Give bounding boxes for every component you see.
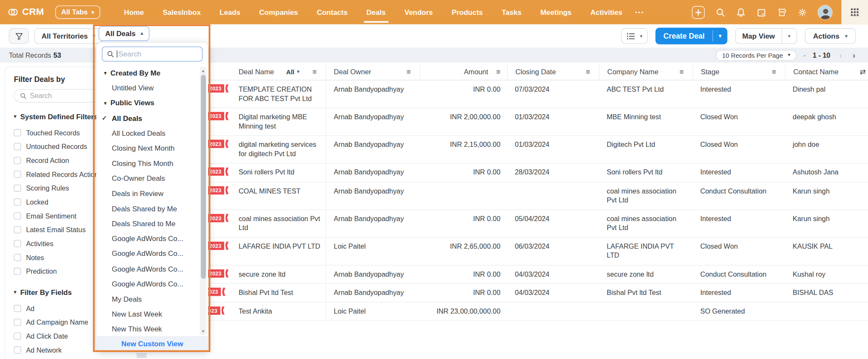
view-option[interactable]: Google AdWords Co... <box>96 231 208 247</box>
checkbox[interactable] <box>14 185 21 192</box>
view-option[interactable]: Created By Me <box>96 65 208 81</box>
scroll-down-icon[interactable]: ▼ <box>200 329 207 333</box>
scrollbar-thumb[interactable] <box>200 75 206 279</box>
view-option[interactable]: New This Week <box>96 322 208 337</box>
column-menu-icon[interactable]: ≡ <box>679 67 684 76</box>
view-option[interactable]: Deals Shared by Me <box>96 201 208 216</box>
deal-name-link[interactable]: Bishal Pvt ltd Test <box>239 289 293 296</box>
records-per-page-dropdown[interactable]: 10 Records Per Page ▾ <box>716 50 796 61</box>
view-option[interactable]: My Deals <box>96 292 208 307</box>
apps-grid-panel[interactable] <box>841 0 868 24</box>
column-menu-icon[interactable]: ≡ <box>496 67 501 76</box>
table-row[interactable]: 2023 digital marketing services for digi… <box>183 136 868 163</box>
filter-funnel-button[interactable] <box>9 28 29 44</box>
view-option[interactable]: Untitled View <box>96 81 208 96</box>
marketplace-store-icon[interactable] <box>776 7 787 17</box>
table-row[interactable]: 1, 2023 Bishal Pvt ltd Test Arnab Bandyo… <box>183 284 868 303</box>
nav-tab[interactable]: Vendors <box>395 0 442 24</box>
view-option[interactable]: Co-Owner Deals <box>96 171 208 186</box>
map-view-button[interactable]: Map View <box>736 32 782 40</box>
more-tabs-button[interactable]: ••• <box>632 9 648 15</box>
checkbox[interactable] <box>14 157 21 164</box>
column-menu-icon[interactable]: ≡ <box>406 67 411 76</box>
checkbox[interactable] <box>14 240 21 247</box>
view-option[interactable]: New Last Week <box>96 306 208 322</box>
column-menu-icon[interactable]: ≡ <box>312 67 317 76</box>
view-option[interactable]: Deals in Review <box>96 186 208 201</box>
add-record-icon[interactable] <box>692 6 705 19</box>
next-page-icon[interactable]: › <box>851 50 857 60</box>
nav-tab[interactable]: Activities <box>581 0 632 24</box>
deal-name-link[interactable]: Soni rollers Pvt ltd <box>239 168 295 176</box>
checkbox[interactable] <box>14 226 21 233</box>
view-option[interactable]: Google AdWords Co... <box>96 276 208 292</box>
deal-name-link[interactable]: coal mines association Pvt Ltd <box>239 215 320 232</box>
checkbox[interactable] <box>14 212 21 219</box>
checkbox[interactable] <box>14 143 21 150</box>
contact-name-column-header[interactable]: Contact Name ⇄ <box>785 64 868 80</box>
table-row[interactable]: 2023 secure zone ltd Arnab Bandyopadhyay… <box>183 265 868 284</box>
table-row[interactable]: 2023 coal mines association Pvt Ltd Arna… <box>183 210 868 237</box>
view-option[interactable]: Deals Shared to Me <box>96 216 208 231</box>
checkbox[interactable] <box>14 171 21 178</box>
view-search-input[interactable]: Search <box>102 47 203 62</box>
settings-gear-icon[interactable] <box>797 7 807 17</box>
column-manager-icon[interactable]: ⇄ <box>860 67 866 76</box>
notifications-bell-icon[interactable] <box>736 7 746 17</box>
deal-owner-column-header[interactable]: Deal Owner ≡ <box>326 64 420 80</box>
all-tabs-button[interactable]: All Tabs ▾ <box>55 6 100 19</box>
deal-name-link[interactable]: Test Ankita <box>239 307 272 315</box>
nav-tab[interactable]: Tasks <box>492 0 531 24</box>
table-row[interactable]: 2023 LAFARGE INDIA PVT LTD Loic Paitel I… <box>183 238 868 265</box>
deal-name-all-filter[interactable]: All ▾ <box>286 68 299 75</box>
view-option[interactable]: Public Views <box>96 95 208 111</box>
deal-name-link[interactable]: Digital marketing MBE Minning test <box>239 113 307 130</box>
crm-logo[interactable]: CRM <box>8 7 44 18</box>
table-row[interactable]: 2023 COAL MINES TEST Arnab Bandyopadhyay… <box>183 182 868 210</box>
nav-tab[interactable]: Deals <box>357 0 395 24</box>
territories-dropdown[interactable]: All Territories ▾ <box>34 28 103 44</box>
view-option[interactable]: Google AdWords Co... <box>96 246 208 261</box>
deal-name-link[interactable]: secure zone ltd <box>239 270 286 278</box>
table-row[interactable]: 2023 TEMPLATE CREATION FOR ABC TEST Pvt … <box>183 80 868 108</box>
checkbox[interactable] <box>14 268 21 275</box>
deal-name-link[interactable]: TEMPLATE CREATION FOR ABC TEST Pvt Ltd <box>239 85 312 102</box>
closing-date-column-header[interactable]: Closing Date ≡ <box>507 64 599 80</box>
deal-name-link[interactable]: LAFARGE INDIA PVT LTD <box>239 242 320 250</box>
view-option[interactable]: All Locked Deals <box>96 126 208 141</box>
scroll-up-icon[interactable]: ▲ <box>200 69 207 73</box>
nav-tab[interactable]: SalesInbox <box>153 0 210 24</box>
checkbox[interactable] <box>14 254 21 261</box>
checkbox[interactable] <box>14 333 21 340</box>
nav-tab[interactable]: Products <box>442 0 492 24</box>
nav-tab[interactable]: Meetings <box>531 0 581 24</box>
table-row[interactable]: 2023 Soni rollers Pvt ltd Arnab Bandyopa… <box>183 163 868 182</box>
user-avatar[interactable] <box>818 5 832 20</box>
view-selector-trigger[interactable]: All Deals ▴ <box>98 26 150 41</box>
view-option[interactable]: All Deals <box>96 111 208 126</box>
list-view-selector[interactable]: ▾ <box>621 28 648 44</box>
deal-name-link[interactable]: digital marketing services for digitech … <box>239 141 316 158</box>
nav-tab[interactable]: Leads <box>210 0 250 24</box>
map-view-caret-button[interactable]: ▾ <box>782 33 796 39</box>
nav-tab[interactable]: Contacts <box>307 0 357 24</box>
view-option[interactable]: Google AdWords Co... <box>96 261 208 277</box>
nav-tab[interactable]: Home <box>114 0 153 24</box>
nav-tab[interactable]: Companies <box>250 0 307 24</box>
checkbox[interactable] <box>14 319 21 326</box>
checkbox[interactable] <box>14 199 21 206</box>
filter-checkbox-item[interactable]: AdGroup Name <box>14 357 137 359</box>
new-custom-view-link[interactable]: New Custom View <box>96 337 208 351</box>
actions-dropdown-button[interactable]: Actions ▾ <box>805 28 856 44</box>
stage-column-header[interactable]: Stage ≡ <box>693 64 785 80</box>
amount-column-header[interactable]: Amount ≡ <box>420 64 507 80</box>
checkbox[interactable] <box>14 346 21 353</box>
calendar-icon[interactable] <box>756 7 766 17</box>
view-option[interactable]: Closing This Month <box>96 156 208 171</box>
dropdown-scrollbar[interactable]: ▲ ▼ <box>200 67 207 335</box>
view-option[interactable]: Closing Next Month <box>96 141 208 156</box>
previous-page-icon[interactable]: ‹ <box>837 50 843 60</box>
column-menu-icon[interactable]: ≡ <box>586 67 590 76</box>
checkbox[interactable] <box>14 129 21 136</box>
search-icon[interactable] <box>715 7 726 17</box>
